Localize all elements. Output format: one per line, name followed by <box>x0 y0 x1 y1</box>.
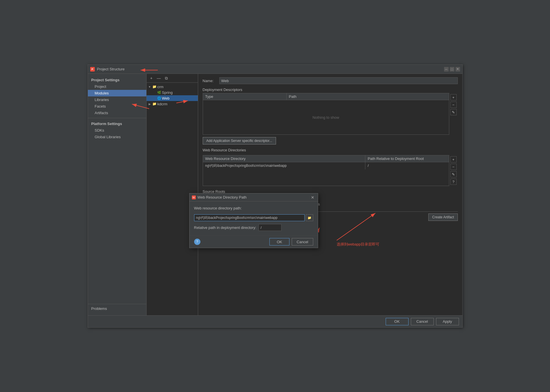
web-resource-dialog: W Web Resource Directory Path ✕ Web reso… <box>189 193 318 248</box>
kdcrm-folder-icon: 📁 <box>152 102 157 106</box>
wr-help-button[interactable]: ? <box>450 179 457 185</box>
dialog-rel-row: Relative path in deployment directory: <box>194 224 313 231</box>
dialog-title-text: Web Resource Directory Path <box>198 195 308 199</box>
path-header: Path <box>287 93 449 100</box>
wr-deployment-cell: / <box>365 162 449 169</box>
sidebar-item-artifacts[interactable]: Artifacts <box>88 110 146 116</box>
add-descriptor-button[interactable]: Add Application Server specific descript… <box>203 137 276 144</box>
deployment-table: Type Path Nothing to show <box>203 93 449 135</box>
web-resource-title: Web Resource Directories <box>203 148 458 152</box>
wr-add-button[interactable]: + <box>450 156 457 163</box>
kdcrm-label: kdcrm <box>157 102 197 106</box>
sidebar-divider <box>88 118 146 118</box>
tree-node-crm[interactable]: ▼ 📁 crm <box>147 84 198 90</box>
wr-col2-header: Path Relative to Deployment Root <box>365 155 449 162</box>
sidebar-problems[interactable]: Problems <box>88 304 146 313</box>
tree-remove-button[interactable]: — <box>156 75 162 81</box>
dialog-icon: W <box>192 195 196 199</box>
window-title: Project Structure <box>97 67 442 71</box>
name-label: Name: <box>203 79 217 83</box>
wr-remove-button[interactable]: − <box>450 164 457 170</box>
title-bar: P Project Structure ─ □ ✕ <box>88 65 462 74</box>
crm-label: crm <box>157 85 197 89</box>
sidebar-item-sdks[interactable]: SDKs <box>88 127 146 134</box>
crm-expand-arrow[interactable]: ▼ <box>148 85 152 88</box>
tree-node-web[interactable]: 🌐 Web <box>147 95 198 101</box>
dialog-path-input[interactable] <box>194 214 305 221</box>
window-controls: ─ □ ✕ <box>444 67 460 72</box>
dialog-ok-button[interactable]: OK <box>269 238 289 246</box>
create-artifact-button[interactable]: Create Artifact <box>428 213 458 221</box>
tree-copy-button[interactable]: ⧉ <box>163 75 169 81</box>
table-header: Type Path <box>203 93 449 100</box>
sidebar-item-project[interactable]: Project <box>88 83 146 90</box>
dialog-rel-label: Relative path in deployment directory: <box>194 225 257 230</box>
crm-folder-icon: 📁 <box>152 84 157 89</box>
sidebar-item-libraries[interactable]: Libraries <box>88 96 146 103</box>
platform-settings-label: Platform Settings <box>88 120 146 127</box>
cancel-button[interactable]: Cancel <box>411 318 434 325</box>
project-settings-label: Project Settings <box>88 76 146 83</box>
sidebar-item-modules[interactable]: Modules <box>88 90 146 96</box>
dialog-content: Web resource directory path: 📁 Relative … <box>190 201 318 235</box>
dialog-rel-input[interactable] <box>259 224 281 231</box>
dialog-close-button[interactable]: ✕ <box>310 195 316 200</box>
dialog-buttons: ? OK Cancel <box>190 235 318 248</box>
dialog-field-label: Web resource directory path: <box>194 206 313 210</box>
wr-table-row[interactable]: ng\代码\backProject\springBoot\crm\src\mai… <box>203 162 449 177</box>
web-icon: 🌐 <box>157 96 161 100</box>
ok-button[interactable]: OK <box>386 318 409 325</box>
bottom-bar: OK Cancel Apply <box>88 315 462 327</box>
deployment-remove-button[interactable]: − <box>450 102 457 108</box>
table-body: Nothing to show <box>203 100 449 134</box>
wr-col1-header: Web Resource Directory <box>203 155 366 162</box>
sidebar-item-global-libraries[interactable]: Global Libraries <box>88 134 146 140</box>
web-label: Web <box>162 96 197 100</box>
sidebar: Project Settings Project Modules Librari… <box>88 74 147 315</box>
spring-label: Spring <box>162 90 197 95</box>
spring-icon: 🌿 <box>157 90 161 95</box>
name-input[interactable] <box>219 77 458 84</box>
minimize-button[interactable]: ─ <box>444 67 449 72</box>
nothing-label: Nothing to show <box>312 115 339 120</box>
wr-table-header: Web Resource Directory Path Relative to … <box>203 155 449 162</box>
app-icon: P <box>90 67 95 72</box>
tree-toolbar: + — ⧉ <box>147 74 198 83</box>
web-resource-section: Web Resource Directories Web Resource Di… <box>203 148 458 186</box>
deployment-title: Deployment Descriptors <box>203 88 458 92</box>
dialog-cancel-button[interactable]: Cancel <box>292 238 313 246</box>
close-button[interactable]: ✕ <box>456 67 460 72</box>
deployment-section: Deployment Descriptors Type Path Nothing… <box>203 88 458 144</box>
dialog-input-row: 📁 <box>194 214 313 221</box>
deployment-side-buttons: + − ✎ <box>449 93 458 135</box>
deployment-add-button[interactable]: + <box>450 94 457 100</box>
wr-path-cell: ng\代码\backProject\springBoot\crm\src\mai… <box>203 162 366 169</box>
apply-button[interactable]: Apply <box>436 318 459 325</box>
maximize-button[interactable]: □ <box>450 67 454 72</box>
dialog-browse-button[interactable]: 📁 <box>306 214 313 221</box>
deployment-edit-button[interactable]: ✎ <box>450 109 457 115</box>
wr-side-buttons: + − ✎ ? <box>449 155 458 186</box>
tree-add-button[interactable]: + <box>148 75 155 81</box>
type-header: Type <box>203 93 287 100</box>
dialog-title-bar: W Web Resource Directory Path ✕ <box>190 193 318 201</box>
sidebar-item-facets[interactable]: Facets <box>88 103 146 110</box>
wr-edit-button[interactable]: ✎ <box>450 171 457 177</box>
tree-node-kdcrm[interactable]: ▶ 📁 kdcrm <box>147 101 198 107</box>
name-row: Name: <box>203 77 458 84</box>
dialog-help-button[interactable]: ? <box>194 239 200 245</box>
kdcrm-expand-arrow[interactable]: ▶ <box>148 102 152 106</box>
wr-table: Web Resource Directory Path Relative to … <box>203 155 449 186</box>
tree-node-spring[interactable]: 🌿 Spring <box>147 90 198 95</box>
